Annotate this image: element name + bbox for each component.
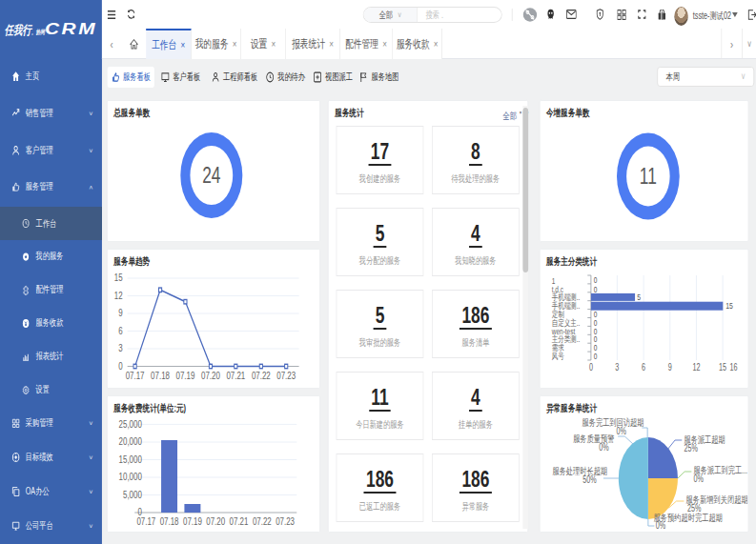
svg-text:07.17: 07.17 bbox=[136, 515, 155, 528]
svg-text:服务完工到回访超期: 服务完工到回访超期 bbox=[582, 417, 644, 428]
svg-text:50%: 50% bbox=[582, 474, 597, 485]
svg-text:0%: 0% bbox=[694, 473, 705, 484]
svg-text:25,000: 25,000 bbox=[119, 418, 142, 431]
svg-text:07.20: 07.20 bbox=[206, 515, 225, 528]
svg-text:07.21: 07.21 bbox=[226, 370, 245, 382]
svg-text:15,000: 15,000 bbox=[119, 453, 142, 466]
svg-text:0: 0 bbox=[589, 362, 593, 373]
svg-text:服务处理时长超期: 服务处理时长超期 bbox=[552, 466, 607, 476]
svg-text:07.21: 07.21 bbox=[230, 515, 249, 528]
svg-text:07.23: 07.23 bbox=[276, 515, 295, 528]
svg-text:07.18: 07.18 bbox=[160, 515, 179, 528]
svg-text:15: 15 bbox=[719, 362, 726, 373]
svg-text:6: 6 bbox=[118, 325, 122, 337]
svg-text:11: 11 bbox=[640, 163, 657, 188]
svg-text:9: 9 bbox=[668, 362, 672, 373]
svg-text:10,000: 10,000 bbox=[119, 471, 142, 483]
svg-text:0: 0 bbox=[118, 360, 122, 373]
svg-text:16: 16 bbox=[729, 362, 737, 373]
svg-text:0%: 0% bbox=[616, 426, 626, 436]
svg-text:12: 12 bbox=[692, 362, 700, 373]
svg-text:0: 0 bbox=[594, 285, 598, 294]
svg-text:07.19: 07.19 bbox=[183, 515, 202, 528]
svg-text:24: 24 bbox=[202, 162, 221, 187]
svg-text:5: 5 bbox=[637, 292, 641, 302]
svg-text:25%: 25% bbox=[684, 443, 698, 453]
svg-text:07.22: 07.22 bbox=[252, 370, 271, 382]
svg-text:3: 3 bbox=[615, 362, 619, 373]
svg-text:风号: 风号 bbox=[552, 352, 564, 361]
svg-text:6: 6 bbox=[642, 362, 645, 373]
svg-text:12: 12 bbox=[114, 290, 123, 302]
svg-text:9: 9 bbox=[118, 307, 122, 319]
svg-text:20,000: 20,000 bbox=[119, 435, 142, 448]
svg-text:3: 3 bbox=[118, 342, 122, 354]
svg-text:07.18: 07.18 bbox=[151, 370, 170, 382]
svg-text:5,000: 5,000 bbox=[123, 489, 142, 501]
svg-text:0%: 0% bbox=[599, 442, 609, 453]
svg-text:0: 0 bbox=[594, 352, 598, 361]
svg-text:0%: 0% bbox=[656, 520, 666, 530]
svg-text:15: 15 bbox=[725, 301, 733, 311]
svg-text:07.22: 07.22 bbox=[253, 515, 272, 528]
svg-text:07.19: 07.19 bbox=[175, 370, 194, 382]
svg-text:07.23: 07.23 bbox=[276, 370, 296, 382]
svg-text:07.17: 07.17 bbox=[126, 370, 145, 382]
svg-text:15: 15 bbox=[114, 272, 123, 284]
svg-text:07.20: 07.20 bbox=[201, 370, 220, 382]
